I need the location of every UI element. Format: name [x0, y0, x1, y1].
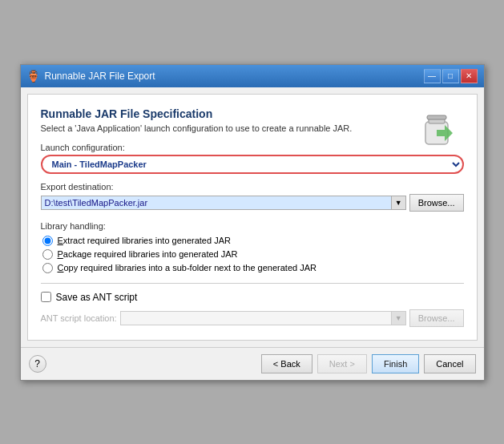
export-dest-label: Export destination:: [41, 182, 464, 192]
launch-config-select[interactable]: Main - TiledMapPacker: [41, 155, 464, 174]
next-button: Next >: [317, 354, 367, 373]
maximize-button[interactable]: □: [442, 69, 459, 83]
back-button[interactable]: < Back: [261, 354, 312, 373]
ant-location-input: [121, 312, 391, 325]
export-dest-browse-btn[interactable]: Browse...: [409, 194, 464, 212]
cancel-button[interactable]: Cancel: [424, 354, 475, 373]
ant-location-row: ANT script location: ▼ Browse...: [41, 309, 464, 327]
library-option-package[interactable]: Package required libraries into generate…: [42, 249, 464, 260]
content-area: Runnable JAR File Specification Select a…: [27, 94, 478, 341]
dialog-window: 🏺 Runnable JAR File Export — □ ✕: [20, 64, 485, 381]
page-subtitle: Select a 'Java Application' launch confi…: [41, 123, 464, 133]
library-radio-copy[interactable]: [42, 263, 53, 273]
export-dest-row: D:\test\TiledMapPacker.jar ▼ Browse...: [41, 194, 464, 212]
export-dest-input-wrapper: D:\test\TiledMapPacker.jar ▼: [41, 196, 406, 210]
library-section: Library handling: Extract required libra…: [41, 221, 464, 273]
divider: [41, 283, 464, 284]
title-bar-left: 🏺 Runnable JAR File Export: [27, 70, 155, 83]
ant-script-label: Save as ANT script: [56, 292, 138, 303]
library-option-extract-label: Extract required libraries into generate…: [58, 236, 231, 245]
launch-config-row: Main - TiledMapPacker: [41, 155, 464, 174]
page-title: Runnable JAR File Specification: [41, 107, 464, 120]
export-dest-dropdown-btn[interactable]: ▼: [391, 196, 405, 209]
launch-config-label: Launch configuration:: [41, 143, 464, 152]
finish-button[interactable]: Finish: [372, 354, 419, 373]
ant-script-checkbox[interactable]: [41, 292, 51, 302]
window-icon: 🏺: [27, 70, 40, 83]
ant-location-dropdown-btn: ▼: [391, 312, 405, 325]
ant-input-wrapper: ▼: [120, 311, 406, 325]
library-option-copy[interactable]: Copy required libraries into a sub-folde…: [42, 263, 464, 273]
close-button[interactable]: ✕: [461, 69, 478, 83]
export-dest-input[interactable]: D:\test\TiledMapPacker.jar: [42, 196, 391, 209]
title-bar: 🏺 Runnable JAR File Export — □ ✕: [21, 65, 484, 87]
bottom-bar: ? < Back Next > Finish Cancel: [21, 347, 484, 380]
ant-script-row: Save as ANT script: [41, 292, 464, 303]
library-option-copy-label: Copy required libraries into a sub-folde…: [58, 263, 317, 272]
library-label: Library handling:: [41, 221, 464, 231]
jar-icon: [414, 107, 456, 151]
library-radio-group: Extract required libraries into generate…: [42, 236, 464, 273]
library-option-extract[interactable]: Extract required libraries into generate…: [42, 236, 464, 246]
minimize-button[interactable]: —: [424, 69, 441, 83]
content-inner: Runnable JAR File Specification Select a…: [41, 107, 464, 327]
library-option-package-label: Package required libraries into generate…: [58, 249, 238, 259]
svg-rect-2: [427, 115, 446, 119]
ant-browse-btn: Browse...: [409, 309, 464, 327]
library-radio-package[interactable]: [42, 249, 53, 260]
title-bar-controls: — □ ✕: [424, 69, 478, 83]
window-title: Runnable JAR File Export: [45, 71, 155, 82]
ant-location-label: ANT script location:: [41, 313, 117, 323]
help-button[interactable]: ?: [29, 355, 46, 373]
library-radio-extract[interactable]: [42, 236, 53, 246]
